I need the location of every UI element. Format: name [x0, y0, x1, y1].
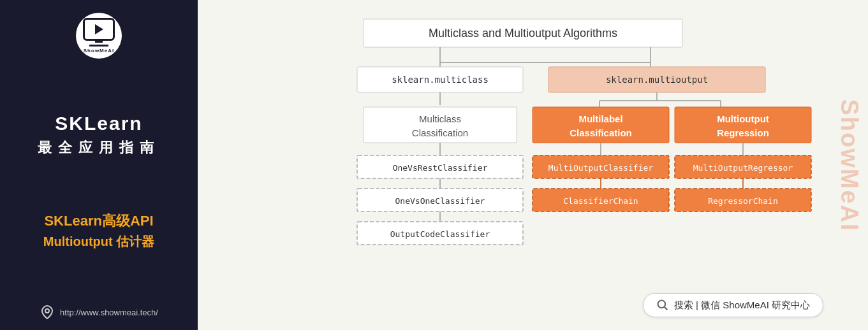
class-right-line2: Regression [717, 127, 769, 138]
class-left-line1: Multiclass [419, 113, 461, 124]
class-right-line1: Multioutput [717, 113, 769, 124]
api-section: SKLearn高级API Multioutput 估计器 [43, 212, 154, 250]
item-classifier-chain: ClassifierChain [563, 196, 638, 206]
left-panel: ShowMeAI SKLearn 最全应用指南 SKLearn高级API Mul… [0, 0, 198, 330]
logo-circle: ShowMeAI [76, 13, 122, 59]
item-regressor-chain: RegressorChain [708, 196, 778, 206]
class-left-line2: Classification [412, 127, 468, 138]
search-bar[interactable]: 搜索 | 微信 ShowMeAI 研究中心 [643, 293, 823, 317]
right-panel: ShowMeAI Multiclass and Multioutput Algo… [198, 0, 868, 330]
item-multioutput-reg: MultiOutputRegressor [693, 163, 793, 173]
svg-point-31 [658, 301, 665, 308]
diagram-title: Multiclass and Multioutput Algorithms [429, 27, 617, 39]
nav-icon [40, 305, 55, 320]
module-right-label: sklearn.multioutput [606, 75, 708, 85]
logo-text: ShowMeAI [84, 48, 114, 54]
search-text: 搜索 | 微信 ShowMeAI 研究中心 [674, 299, 810, 312]
title-sklearn: SKLearn 最全应用指南 [38, 113, 160, 157]
svg-point-0 [45, 309, 49, 313]
item-output-code: OutputCodeClassifier [390, 229, 490, 239]
svg-line-32 [665, 307, 668, 310]
module-left-label: sklearn.multiclass [392, 75, 489, 85]
item-onevs-rest: OneVsRestClassifier [393, 163, 488, 173]
class-middle-line1: Multilabel [578, 113, 622, 124]
url-text: http://www.showmeai.tech/ [60, 308, 158, 317]
logo-area: ShowMeAI [76, 13, 122, 59]
item-onevs-one: OneVsOneClassifier [395, 196, 485, 206]
algorithm-diagram: Multiclass and Multioutput Algorithms sk… [217, 13, 842, 306]
url-section: http://www.showmeai.tech/ [40, 305, 158, 320]
class-middle-line2: Classification [570, 127, 632, 138]
search-icon [656, 299, 669, 312]
item-multioutput-class: MultiOutputClassifier [548, 163, 654, 173]
